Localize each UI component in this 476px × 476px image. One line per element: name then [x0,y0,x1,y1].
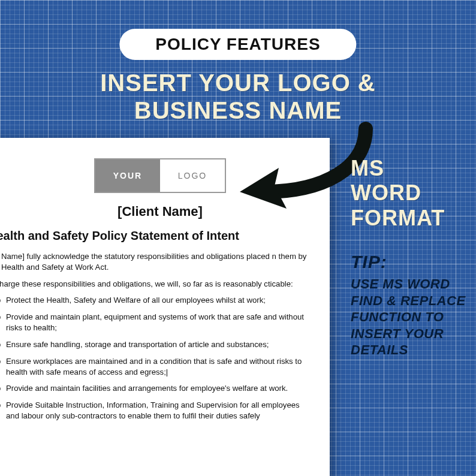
doc-paragraph-1: ent Name] fully acknowledge the statutor… [0,251,308,273]
doc-paragraph-2: lischarge these responsibilities and obl… [0,279,308,290]
ms-line-3: FORMAT [351,206,445,230]
logo-right-text: LOGO [160,159,225,192]
doc-title: Health and Safety Policy Statement of In… [0,229,308,243]
list-item: Ensure safe handling, storage and transp… [0,339,308,350]
list-item: Provide Suitable Instruction, Informatio… [0,400,308,421]
logo-left-text: YOUR [95,159,160,192]
headline-line-2: BUSINESS NAME [134,97,342,123]
list-item: Provide and maintain facilities and arra… [0,383,308,394]
client-name-placeholder: [Client Name] [12,204,308,219]
list-item: Ensure workplaces are maintained and in … [0,356,308,378]
headline-line-1: INSERT YOUR LOGO & [100,70,376,96]
tip-body: USE MS WORD FIND & REPLACE FUNCTION TO I… [351,276,471,358]
doc-bullet-list: Protect the Health, Safety and Welfare o… [0,295,308,421]
list-item: Provide and maintain plant, equipment an… [0,312,308,333]
ms-line-1: MS [351,156,384,180]
headline: INSERT YOUR LOGO & BUSINESS NAME [28,69,448,124]
ms-line-2: WORD [351,180,421,205]
tip-label: TIP: [351,252,387,272]
document-preview: YOUR LOGO [Client Name] Health and Safet… [0,138,330,476]
ms-word-format-label: MS WORD FORMAT [351,156,471,230]
header-pill: POLICY FEATURES [119,29,356,60]
logo-placeholder: YOUR LOGO [94,158,226,193]
list-item: Protect the Health, Safety and Welfare o… [0,295,308,306]
